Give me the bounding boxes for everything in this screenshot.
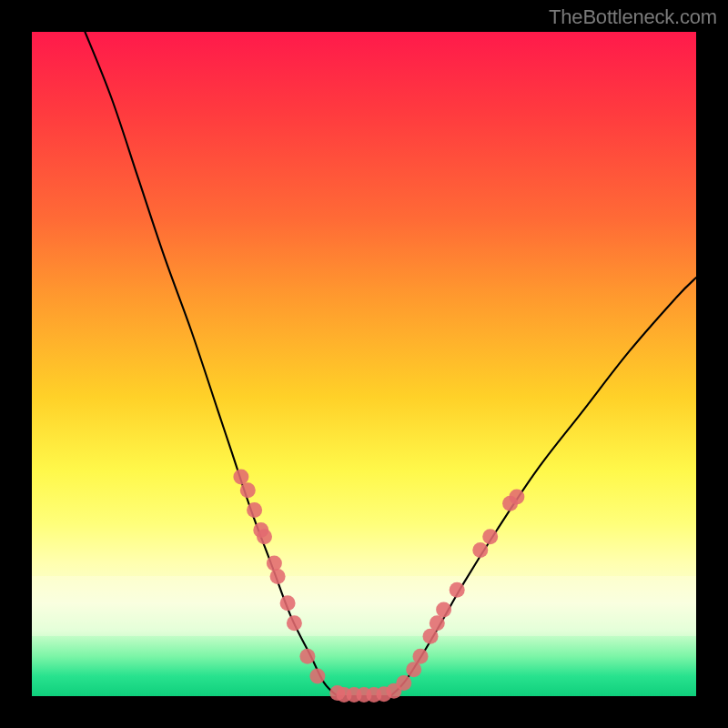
marker-group [233,470,524,703]
data-marker [450,582,465,598]
data-marker [396,675,411,691]
data-marker [413,649,429,664]
chart-frame: TheBottleneck.com [0,0,728,728]
watermark-text: TheBottleneck.com [549,5,717,29]
plot-area [32,32,696,696]
data-marker [280,595,296,611]
data-marker [309,669,325,684]
data-marker [482,529,498,544]
curve-group [85,32,696,697]
data-marker [299,649,315,664]
data-marker [423,629,439,644]
data-marker [287,615,302,631]
data-marker [233,470,248,485]
bottleneck-chart [32,32,696,696]
data-marker [247,502,262,518]
data-marker [267,556,282,571]
data-marker [270,569,286,584]
data-marker [430,615,445,631]
data-marker [472,542,488,558]
data-marker [406,662,421,677]
data-marker [240,482,256,498]
bottleneck-curve [85,32,696,697]
data-marker [257,529,272,544]
data-marker [509,490,524,505]
data-marker [436,602,451,618]
